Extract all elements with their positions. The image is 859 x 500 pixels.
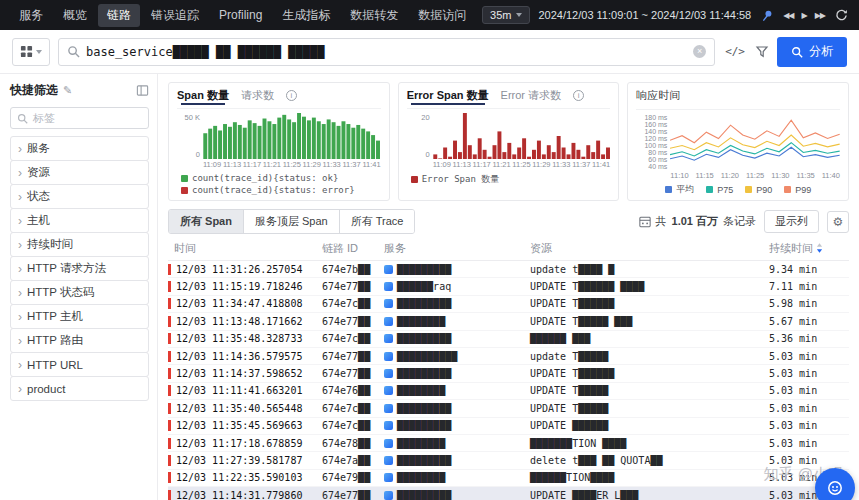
analyze-button[interactable]: 分析 xyxy=(777,37,847,67)
datasource-selector[interactable] xyxy=(12,38,50,66)
table-row[interactable]: 12/03 11:27:39.581787674e7a███████████de… xyxy=(168,452,849,469)
table-row[interactable]: 12/03 11:17:18.678859674e78█████████████… xyxy=(168,435,849,452)
show-columns-button[interactable]: 显示列 xyxy=(764,210,819,233)
clear-icon[interactable] xyxy=(693,45,706,58)
nav-item-generated-metrics[interactable]: 生成指标 xyxy=(273,4,339,27)
filter-item-host[interactable]: ›主机 xyxy=(10,208,149,233)
filter-item-http-url[interactable]: ›HTTP URL xyxy=(10,352,149,377)
filter-item-status[interactable]: ›状态 xyxy=(10,184,149,209)
filter-item-resource[interactable]: ›资源 xyxy=(10,160,149,185)
nav-item-overview[interactable]: 概览 xyxy=(54,4,96,27)
x-tick: 11:29 xyxy=(303,160,321,169)
search-query-box[interactable]: base_service█████ ██ ██████ █████ xyxy=(58,38,715,66)
gear-icon[interactable]: ⚙ xyxy=(827,211,849,233)
table-tab-service-top-spans[interactable]: 服务顶层 Span xyxy=(244,210,340,233)
table-row[interactable]: 12/03 11:14:37.598652674e77███████████UP… xyxy=(168,365,849,382)
x-tick: 11:10 xyxy=(670,171,688,180)
service-icon xyxy=(384,386,393,395)
chevron-right-icon: › xyxy=(18,239,22,251)
filter-item-http-host[interactable]: ›HTTP 主机 xyxy=(10,304,149,329)
grid-icon xyxy=(20,45,33,58)
table-row[interactable]: 12/03 11:11:41.663201674e76██████████UPD… xyxy=(168,383,849,400)
assistant-fab-button[interactable] xyxy=(815,468,855,500)
info-icon[interactable] xyxy=(286,90,297,101)
table-row[interactable]: 12/03 11:22:35.590103674e79█████████████… xyxy=(168,470,849,487)
cell-service: █████████ xyxy=(378,420,524,431)
error-span-card-header: Error Span 数量Error 请求数 xyxy=(407,88,611,109)
search-query-input[interactable]: base_service█████ ██ ██████ █████ xyxy=(86,45,687,59)
code-mode-button[interactable]: </> xyxy=(723,45,747,58)
cell-trace-id: 674e7c██ xyxy=(316,403,378,414)
chevron-right-icon: › xyxy=(18,215,22,227)
table-row[interactable]: 12/03 11:35:45.569663674e7c███████████UP… xyxy=(168,418,849,435)
table-tab-all-spans[interactable]: 所有 Span xyxy=(169,210,244,233)
filter-item-http-request-method[interactable]: ›HTTP 请求方法 xyxy=(10,256,149,281)
chart-tab-span-count[interactable]: Span 数量 xyxy=(177,88,229,103)
cell-duration: 9.34 min xyxy=(763,264,849,275)
nav-item-error-tracking[interactable]: 错误追踪 xyxy=(142,4,208,27)
nav-item-traces[interactable]: 链路 xyxy=(98,4,140,27)
time-shortcut-dropdown[interactable]: 35m xyxy=(482,6,530,24)
x-tick: 11:41 xyxy=(592,160,610,169)
quick-filter-sidebar: 快捷筛选 ✎ 标签 ›服务›资源›状态›主机›持续时间›HTTP 请求方法›HT… xyxy=(0,74,158,500)
col-header-time[interactable]: 时间 xyxy=(168,241,316,256)
info-icon[interactable] xyxy=(573,90,584,101)
nav-item-services[interactable]: 服务 xyxy=(10,4,52,27)
filter-item-http-route[interactable]: ›HTTP 路由 xyxy=(10,328,149,353)
filter-item-label: product xyxy=(27,383,65,395)
nav-item-profiling[interactable]: Profiling xyxy=(210,5,271,25)
step-back-button[interactable]: ◀◀ xyxy=(783,11,793,20)
tag-search-input[interactable]: 标签 xyxy=(10,107,149,129)
legend-item: Error Span 数量 xyxy=(411,173,611,186)
col-header-duration[interactable]: 持续时间 xyxy=(763,241,849,256)
x-tick: 11:17 xyxy=(473,160,491,169)
cell-time: 12/03 11:27:39.581787 xyxy=(168,455,316,466)
chart-tab-error-span-count[interactable]: Error Span 数量 xyxy=(407,88,489,103)
filter-item-http-status-code[interactable]: ›HTTP 状态码 xyxy=(10,280,149,305)
table-tab-all-traces[interactable]: 所有 Trace xyxy=(340,210,415,233)
table-row[interactable]: 12/03 11:13:48.171662674e77██████████UPD… xyxy=(168,313,849,330)
cell-time: 12/03 11:31:26.257054 xyxy=(168,264,316,275)
cell-trace-id: 674e79██ xyxy=(316,472,378,483)
chart-tab-request-count[interactable]: 请求数 xyxy=(241,88,274,103)
pin-icon[interactable] xyxy=(759,7,775,23)
table-row[interactable]: 12/03 11:31:26.257054674e7b███████████up… xyxy=(168,261,849,278)
table-row[interactable]: 12/03 11:34:47.418808674e7c███████████UP… xyxy=(168,296,849,313)
step-forward-button[interactable]: ▶▶ xyxy=(815,11,825,20)
table-row[interactable]: 12/03 11:14:31.779860674e77███████████UP… xyxy=(168,487,849,500)
filter-icon[interactable] xyxy=(755,45,769,59)
filter-item-duration[interactable]: ›持续时间 xyxy=(10,232,149,257)
col-header-trace-id[interactable]: 链路 ID xyxy=(316,241,378,256)
chart-tab-error-request-count[interactable]: Error 请求数 xyxy=(501,88,562,103)
y-axis: 50 K 0 xyxy=(177,113,203,159)
chevron-down-icon xyxy=(516,13,522,17)
filter-item-label: 服务 xyxy=(27,141,50,156)
service-icon xyxy=(384,299,393,308)
filter-item-service[interactable]: ›服务 xyxy=(10,136,149,161)
col-header-resource[interactable]: 资源 xyxy=(524,241,763,256)
table-row[interactable]: 12/03 11:35:40.565448674e7c███████████UP… xyxy=(168,400,849,417)
span-count-card-header: Span 数量请求数 xyxy=(177,88,381,109)
search-icon xyxy=(17,113,28,124)
cell-trace-id: 674e7c██ xyxy=(316,298,378,309)
table-toolbar-right: 共 1.01 百万 条记录 显示列 ⚙ xyxy=(639,210,849,233)
cell-trace-id: 674e7a██ xyxy=(316,455,378,466)
table-row[interactable]: 12/03 11:35:48.328733674e7c█████████████… xyxy=(168,331,849,348)
refresh-icon[interactable] xyxy=(833,7,849,23)
nav-item-data-forwarding[interactable]: 数据转发 xyxy=(341,4,407,27)
table-row[interactable]: 12/03 11:14:36.579575674e77████████████u… xyxy=(168,348,849,365)
legend-item: P75 xyxy=(706,183,733,196)
filter-item-product[interactable]: ›product xyxy=(10,376,149,401)
time-range[interactable]: 2024/12/03 11:09:01 ~ 2024/12/03 11:44:5… xyxy=(538,9,751,21)
sort-icon[interactable] xyxy=(816,243,823,255)
nav-item-data-access[interactable]: 数据访问 xyxy=(409,4,475,27)
cell-duration: 5.03 min xyxy=(763,385,849,396)
play-button[interactable]: ▶ xyxy=(802,11,807,20)
collapse-panel-icon[interactable] xyxy=(136,84,149,97)
edit-icon[interactable]: ✎ xyxy=(63,84,72,97)
table-row[interactable]: 12/03 11:15:19.718246674e77████████raqUP… xyxy=(168,278,849,295)
x-tick: 11:29 xyxy=(532,160,550,169)
col-header-service[interactable]: 服务 xyxy=(378,241,524,256)
x-tick: 11:33 xyxy=(323,160,341,169)
y-tick: 60 ms xyxy=(648,156,667,163)
